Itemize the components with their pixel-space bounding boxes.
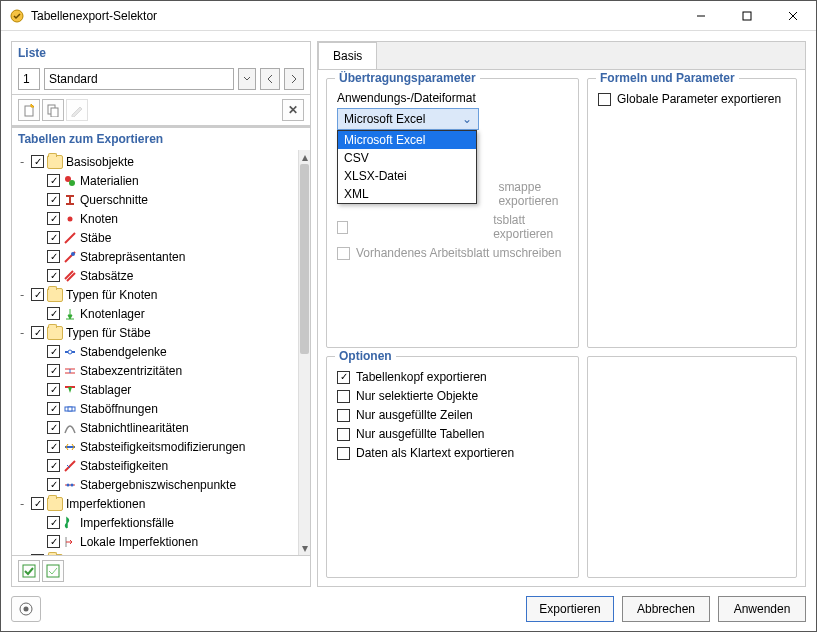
checkbox[interactable] bbox=[31, 288, 44, 301]
expander-icon[interactable]: - bbox=[16, 288, 28, 302]
checkbox[interactable] bbox=[47, 440, 60, 453]
tree-item[interactable]: Stabrepräsentanten bbox=[12, 247, 298, 266]
expander-icon[interactable]: - bbox=[16, 155, 28, 169]
tree-item[interactable]: Querschnitte bbox=[12, 190, 298, 209]
chk-cleartext[interactable]: Daten als Klartext exportieren bbox=[337, 446, 568, 460]
checkbox[interactable] bbox=[47, 478, 60, 491]
apply-button[interactable]: Anwenden bbox=[718, 596, 806, 622]
checkbox[interactable] bbox=[337, 428, 350, 441]
checkbox[interactable] bbox=[47, 364, 60, 377]
chevron-down-icon: ⌄ bbox=[462, 112, 472, 126]
tree-item[interactable]: Stabergebniszwischenpunkte bbox=[12, 475, 298, 494]
checkbox[interactable] bbox=[31, 326, 44, 339]
tree-item[interactable]: Imperfektionsfälle bbox=[12, 513, 298, 532]
minimize-button[interactable] bbox=[678, 1, 724, 31]
checkbox[interactable] bbox=[337, 390, 350, 403]
checkbox[interactable] bbox=[47, 535, 60, 548]
checkbox[interactable] bbox=[47, 231, 60, 244]
tree-item[interactable]: Stäbe bbox=[12, 228, 298, 247]
tree-item[interactable]: Staböffnungen bbox=[12, 399, 298, 418]
export-button[interactable]: Exportieren bbox=[526, 596, 614, 622]
checkbox bbox=[337, 221, 348, 234]
checkbox[interactable] bbox=[337, 409, 350, 422]
expander-icon[interactable]: - bbox=[16, 326, 28, 340]
checkbox[interactable] bbox=[47, 269, 60, 282]
tree-item[interactable]: Stabexzentrizitäten bbox=[12, 361, 298, 380]
checkbox[interactable] bbox=[47, 383, 60, 396]
checkbox[interactable] bbox=[47, 212, 60, 225]
format-select[interactable]: Microsoft Excel ⌄ bbox=[337, 108, 479, 130]
format-option[interactable]: XML bbox=[338, 185, 476, 203]
list-next-button[interactable] bbox=[284, 68, 304, 90]
chk-filled-tables[interactable]: Nur ausgefüllte Tabellen bbox=[337, 427, 568, 441]
list-name-combo[interactable]: Standard bbox=[44, 68, 234, 90]
tree-item-label: Stabexzentrizitäten bbox=[80, 364, 182, 378]
check-all-button[interactable] bbox=[18, 560, 40, 582]
checkbox[interactable] bbox=[47, 307, 60, 320]
expander-icon[interactable]: - bbox=[16, 554, 28, 556]
chk-table-header[interactable]: Tabellenkopf exportieren bbox=[337, 370, 568, 384]
checkbox[interactable] bbox=[47, 174, 60, 187]
expander-icon[interactable]: - bbox=[16, 497, 28, 511]
uncheck-all-button[interactable] bbox=[42, 560, 64, 582]
close-button[interactable] bbox=[770, 1, 816, 31]
scroll-thumb[interactable] bbox=[300, 164, 309, 354]
new-list-button[interactable] bbox=[18, 99, 40, 121]
checkbox[interactable] bbox=[31, 497, 44, 510]
maximize-button[interactable] bbox=[724, 1, 770, 31]
tree-item[interactable]: Stabsätze bbox=[12, 266, 298, 285]
checkbox[interactable] bbox=[47, 421, 60, 434]
tree-item[interactable]: Lokale Imperfektionen bbox=[12, 532, 298, 551]
format-option[interactable]: CSV bbox=[338, 149, 476, 167]
tree-item[interactable]: Knoten bbox=[12, 209, 298, 228]
checkbox[interactable] bbox=[337, 371, 350, 384]
tree-group[interactable]: -Typen für Knoten bbox=[12, 285, 298, 304]
tree-item[interactable]: Stabsteifigkeitsmodifizierungen bbox=[12, 437, 298, 456]
format-dropdown[interactable]: Microsoft ExcelCSVXLSX-DateiXML bbox=[337, 130, 477, 204]
checkbox[interactable] bbox=[31, 554, 44, 555]
checkbox[interactable] bbox=[47, 459, 60, 472]
tree-item[interactable]: Stablager bbox=[12, 380, 298, 399]
chk-only-selected[interactable]: Nur selektierte Objekte bbox=[337, 389, 568, 403]
delete-list-button[interactable]: ✕ bbox=[282, 99, 304, 121]
cancel-button[interactable]: Abbrechen bbox=[622, 596, 710, 622]
chk-global-params[interactable]: Globale Parameter exportieren bbox=[598, 92, 786, 106]
checkbox[interactable] bbox=[47, 516, 60, 529]
tables-tree[interactable]: -BasisobjekteMaterialienQuerschnitteKnot… bbox=[12, 150, 298, 555]
tree-item[interactable]: Stabsteifigkeiten bbox=[12, 456, 298, 475]
format-option[interactable]: XLSX-Datei bbox=[338, 167, 476, 185]
checkbox[interactable] bbox=[31, 155, 44, 168]
tree-group[interactable]: -Imperfektionen bbox=[12, 494, 298, 513]
checkbox[interactable] bbox=[47, 402, 60, 415]
scroll-up-icon[interactable]: ▴ bbox=[299, 150, 310, 164]
tree-item[interactable]: Stabnichtlinearitäten bbox=[12, 418, 298, 437]
checkbox[interactable] bbox=[47, 250, 60, 263]
rename-list-button bbox=[66, 99, 88, 121]
checkbox[interactable] bbox=[598, 93, 611, 106]
tree-group[interactable]: -Basisobjekte bbox=[12, 152, 298, 171]
tree-item-label: Stabsteifigkeitsmodifizierungen bbox=[80, 440, 245, 454]
tree-scrollbar[interactable]: ▴ ▾ bbox=[298, 150, 310, 555]
list-dropdown-button[interactable] bbox=[238, 68, 256, 90]
tree-group[interactable]: -Typen für Stäbe bbox=[12, 323, 298, 342]
tree-item[interactable]: Stabendgelenke bbox=[12, 342, 298, 361]
tree-item[interactable]: Knotenlager bbox=[12, 304, 298, 323]
list-index-combo[interactable]: 1 bbox=[18, 68, 40, 90]
checkbox[interactable] bbox=[47, 193, 60, 206]
copy-list-button[interactable] bbox=[42, 99, 64, 121]
list-prev-button[interactable] bbox=[260, 68, 280, 90]
tree-item[interactable]: Materialien bbox=[12, 171, 298, 190]
chk-filled-rows[interactable]: Nur ausgefüllte Zeilen bbox=[337, 408, 568, 422]
tree-item-label: Stabendgelenke bbox=[80, 345, 167, 359]
checkbox[interactable] bbox=[337, 447, 350, 460]
stiffmod-icon bbox=[63, 440, 77, 454]
tab-basis[interactable]: Basis bbox=[318, 42, 377, 70]
format-option[interactable]: Microsoft Excel bbox=[338, 131, 476, 149]
checkbox[interactable] bbox=[47, 345, 60, 358]
svg-point-13 bbox=[71, 252, 75, 256]
scroll-down-icon[interactable]: ▾ bbox=[299, 541, 310, 555]
help-button[interactable] bbox=[11, 596, 41, 622]
tree-group[interactable]: -Lastfälle und Kombinationen bbox=[12, 551, 298, 555]
tree-item-label: Stäbe bbox=[80, 231, 111, 245]
materials-icon bbox=[63, 174, 77, 188]
